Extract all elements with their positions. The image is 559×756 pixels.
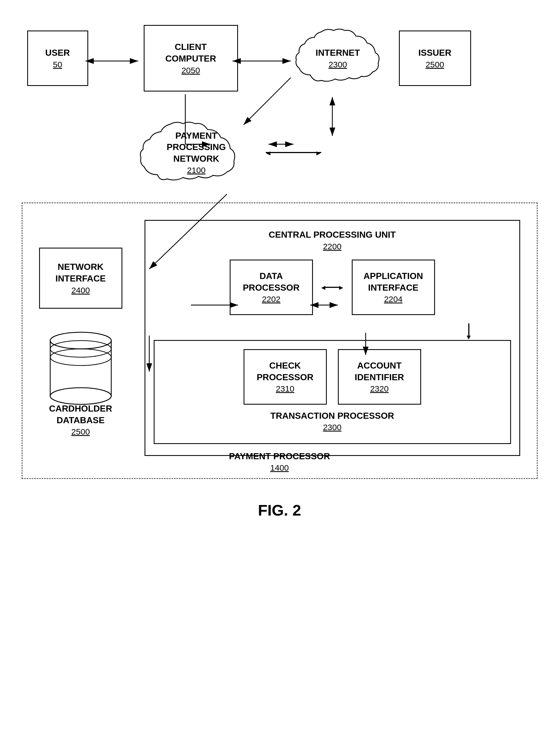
network-interface-box: NETWORKINTERFACE 2400 — [39, 248, 122, 309]
ai-label: APPLICATIONINTERFACE — [363, 270, 423, 293]
app-interface-box: APPLICATIONINTERFACE 2204 — [352, 259, 435, 315]
dp-id: 2202 — [262, 295, 281, 304]
pp-label: PAYMENT PROCESSOR — [229, 451, 330, 462]
issuer-label: ISSUER — [418, 47, 451, 59]
transaction-top-row: CHECKPROCESSOR 2310 ACCOUNTIDENTIFIER 23… — [163, 349, 502, 405]
cdb-id: 2500 — [49, 427, 112, 436]
cdb-label: CARDHOLDERDATABASE — [49, 403, 112, 426]
dp-ai-arrow: ► ◄ — [324, 259, 341, 315]
issuer-id: 2500 — [426, 60, 444, 69]
ni-label: NETWORKINTERFACE — [55, 261, 106, 284]
payment-processor-section: NETWORKINTERFACE 2400 — [22, 203, 538, 479]
dp-label: DATAPROCESSOR — [243, 270, 299, 293]
ppn-id: 2100 — [167, 165, 226, 175]
data-processor-box: DATAPROCESSOR 2202 — [230, 259, 313, 315]
left-column: NETWORKINTERFACE 2400 — [39, 220, 122, 436]
cpu-section: CENTRAL PROCESSING UNIT 2200 DATAPROCESS… — [144, 220, 520, 456]
internet-label: INTERNET — [316, 47, 360, 59]
cardholder-db: CARDHOLDERDATABASE 2500 — [45, 325, 117, 436]
user-box: USER 50 — [27, 30, 88, 86]
cp-id: 2310 — [276, 384, 294, 393]
client-label: CLIENTCOMPUTER — [165, 41, 216, 64]
client-computer-box: CLIENTCOMPUTER 2050 — [144, 25, 238, 92]
figure-caption: FIG. 2 — [22, 501, 538, 519]
ppn-cloud: PAYMENTPROCESSINGNETWORK 2100 — [138, 116, 255, 189]
tp-label: TRANSACTION PROCESSOR — [163, 410, 502, 422]
transaction-processor-section: CHECKPROCESSOR 2310 ACCOUNTIDENTIFIER 23… — [154, 340, 511, 444]
diagram: USER 50 CLIENTCOMPUTER 2050 INTERNET 230… — [22, 17, 538, 519]
transaction-title: TRANSACTION PROCESSOR 2300 — [163, 410, 502, 432]
cdb-text: CARDHOLDERDATABASE 2500 — [49, 403, 112, 436]
ppn-text: PAYMENTPROCESSINGNETWORK 2100 — [167, 130, 226, 175]
svg-point-16 — [50, 388, 111, 404]
pp-id: 1400 — [229, 463, 330, 473]
account-identifier-box: ACCOUNTIDENTIFIER 2320 — [338, 349, 421, 405]
acct-id: 2320 — [370, 384, 389, 393]
internet-cloud: INTERNET 2300 — [293, 22, 382, 94]
cpu-title: CENTRAL PROCESSING UNIT 2200 — [154, 229, 511, 251]
payment-processor-label: PAYMENT PROCESSOR 1400 — [229, 451, 330, 473]
internet-id: 2300 — [316, 60, 360, 69]
user-label: USER — [45, 47, 70, 59]
internet-text: INTERNET 2300 — [316, 47, 360, 69]
ppn-label: PAYMENTPROCESSINGNETWORK — [167, 130, 226, 165]
user-id: 50 — [53, 60, 62, 69]
inner-layout: NETWORKINTERFACE 2400 — [39, 220, 520, 456]
ni-id: 2400 — [71, 285, 90, 295]
ai-id: 2204 — [384, 295, 403, 304]
issuer-box: ISSUER 2500 — [399, 30, 471, 86]
ai-to-tp-connector: ▼ — [154, 323, 511, 337]
client-id: 2050 — [181, 66, 200, 75]
cp-label: CHECKPROCESSOR — [256, 360, 313, 383]
check-processor-box: CHECKPROCESSOR 2310 — [244, 349, 327, 405]
cpu-id: 2200 — [154, 242, 511, 251]
cpu-label: CENTRAL PROCESSING UNIT — [154, 229, 511, 241]
acct-label: ACCOUNTIDENTIFIER — [355, 360, 404, 383]
ppn-issuer-arrow: ► ◄ — [266, 152, 321, 153]
tp-id: 2300 — [163, 423, 502, 432]
cpu-top-row: DATAPROCESSOR 2202 ► ◄ APPLICATIONINTERF… — [154, 259, 511, 315]
